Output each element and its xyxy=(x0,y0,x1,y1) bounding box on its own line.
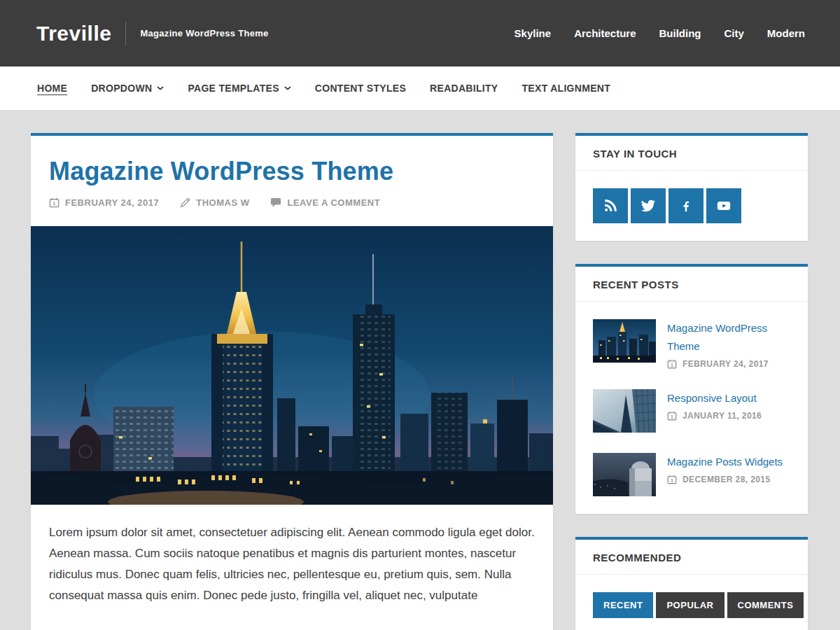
post-date-label: FEBRUARY 24, 2017 xyxy=(65,197,159,208)
recent-post-title[interactable]: Responsive Layout xyxy=(667,389,790,407)
twitter-icon[interactable] xyxy=(631,188,666,223)
calendar-icon: 1 xyxy=(667,475,677,484)
svg-text:1: 1 xyxy=(671,478,673,483)
top-menu: Skyline Architecture Building City Moder… xyxy=(514,27,805,39)
svg-text:1: 1 xyxy=(671,414,673,419)
sidebar: STAY IN TOUCH xyxy=(575,133,808,630)
recent-post-date: 1 JANUARY 11, 2016 xyxy=(667,411,790,421)
nav-item-text-alignment[interactable]: TEXT ALIGNMENT xyxy=(522,83,611,94)
recent-post-date-label: DECEMBER 28, 2015 xyxy=(682,475,771,484)
calendar-icon: 1 xyxy=(667,411,677,421)
content-area: Magazine WordPress Theme 1 FEBRUARY 24, … xyxy=(0,110,840,630)
post-author[interactable]: THOMAS W xyxy=(180,197,249,208)
post-body-text: Lorem ipsum dolor sit amet, consectetuer… xyxy=(31,505,553,630)
youtube-icon[interactable] xyxy=(706,188,741,223)
site-logo[interactable]: Treville xyxy=(36,22,111,46)
tab-popular[interactable]: POPULAR xyxy=(656,592,724,618)
recent-post-thumbnail-night-skyline[interactable] xyxy=(593,319,656,363)
nav-item-label: READABILITY xyxy=(430,83,498,94)
tab-recent[interactable]: RECENT xyxy=(593,592,653,618)
nav-item-readability[interactable]: READABILITY xyxy=(430,83,498,94)
widget-stay-in-touch: STAY IN TOUCH xyxy=(575,133,808,241)
facebook-icon[interactable] xyxy=(668,188,704,223)
chevron-down-icon xyxy=(157,86,164,90)
nav-item-label: TEXT ALIGNMENT xyxy=(522,83,611,94)
site-header: Treville Magazine WordPress Theme Skylin… xyxy=(0,0,840,66)
recent-post-date: 1 DECEMBER 28, 2015 xyxy=(667,475,790,484)
pencil-icon xyxy=(180,197,190,208)
tab-comments[interactable]: COMMENTS xyxy=(727,592,804,618)
recent-post-title[interactable]: Magazine Posts Widgets xyxy=(667,453,790,471)
top-menu-item-skyline[interactable]: Skyline xyxy=(514,27,552,39)
top-menu-item-building[interactable]: Building xyxy=(659,27,701,39)
nav-item-label: PAGE TEMPLATES xyxy=(188,83,279,94)
widget-title: RECOMMENDED xyxy=(575,540,808,575)
nav-item-page-templates[interactable]: PAGE TEMPLATES xyxy=(188,83,290,94)
nav-item-content-styles[interactable]: CONTENT STYLES xyxy=(315,83,406,94)
svg-text:1: 1 xyxy=(52,200,56,206)
widget-title: RECENT POSTS xyxy=(575,267,808,302)
recent-post-thumbnail-observatory[interactable] xyxy=(593,453,656,496)
comment-bubble-icon xyxy=(270,197,281,208)
recent-post-date: 1 FEBRUARY 24, 2017 xyxy=(667,359,790,369)
recent-post-date-label: FEBRUARY 24, 2017 xyxy=(682,359,769,369)
post-comments-label: LEAVE A COMMENT xyxy=(287,197,380,208)
post-author-label: THOMAS W xyxy=(196,197,249,208)
post-comments-link[interactable]: LEAVE A COMMENT xyxy=(270,197,380,208)
widget-recent-posts: RECENT POSTS Magazine xyxy=(575,264,808,514)
recent-post-item: Responsive Layout 1 JANUARY 11, 2016 xyxy=(593,389,790,433)
recent-post-title[interactable]: Magazine WordPress Theme xyxy=(667,319,790,356)
chevron-down-icon xyxy=(284,86,291,90)
post-date: 1 FEBRUARY 24, 2017 xyxy=(49,197,159,208)
recent-post-date-label: JANUARY 11, 2016 xyxy=(682,411,762,421)
nav-item-label: CONTENT STYLES xyxy=(315,83,406,94)
top-menu-item-city[interactable]: City xyxy=(724,27,743,39)
recent-post-thumbnail-glass-skyscraper[interactable] xyxy=(593,389,656,433)
top-menu-item-architecture[interactable]: Architecture xyxy=(574,27,636,39)
article-card: Magazine WordPress Theme 1 FEBRUARY 24, … xyxy=(31,133,553,630)
main-column: Magazine WordPress Theme 1 FEBRUARY 24, … xyxy=(31,133,553,630)
widget-title: STAY IN TOUCH xyxy=(575,136,808,171)
top-menu-item-modern[interactable]: Modern xyxy=(767,27,805,39)
widget-recommended: RECOMMENDED RECENT POPULAR COMMENTS xyxy=(575,537,808,630)
rss-icon[interactable] xyxy=(593,188,628,223)
nav-item-label: HOME xyxy=(37,83,67,94)
post-title[interactable]: Magazine WordPress Theme xyxy=(49,136,535,186)
logo-divider xyxy=(125,22,126,46)
hero-image-frankfurt-skyline xyxy=(31,226,553,505)
nav-item-home[interactable]: HOME xyxy=(37,83,67,94)
nav-item-dropdown[interactable]: DROPDOWN xyxy=(91,83,164,94)
calendar-icon: 1 xyxy=(49,197,59,208)
recommended-tabs: RECENT POPULAR COMMENTS xyxy=(593,592,790,618)
nav-item-label: DROPDOWN xyxy=(91,83,152,94)
recent-post-item: Magazine Posts Widgets 1 DECEMBER 28, 20… xyxy=(593,453,790,496)
post-meta: 1 FEBRUARY 24, 2017 THOMAS W LEAVE A COM… xyxy=(49,197,535,208)
svg-text:1: 1 xyxy=(671,363,673,368)
main-nav: HOME DROPDOWN PAGE TEMPLATES CONTENT STY… xyxy=(0,66,840,110)
site-tagline: Magazine WordPress Theme xyxy=(140,28,268,38)
social-icons-row xyxy=(593,188,790,223)
recent-post-item: Magazine WordPress Theme 1 FEBRUARY 24, … xyxy=(593,319,790,369)
calendar-icon: 1 xyxy=(667,359,677,369)
